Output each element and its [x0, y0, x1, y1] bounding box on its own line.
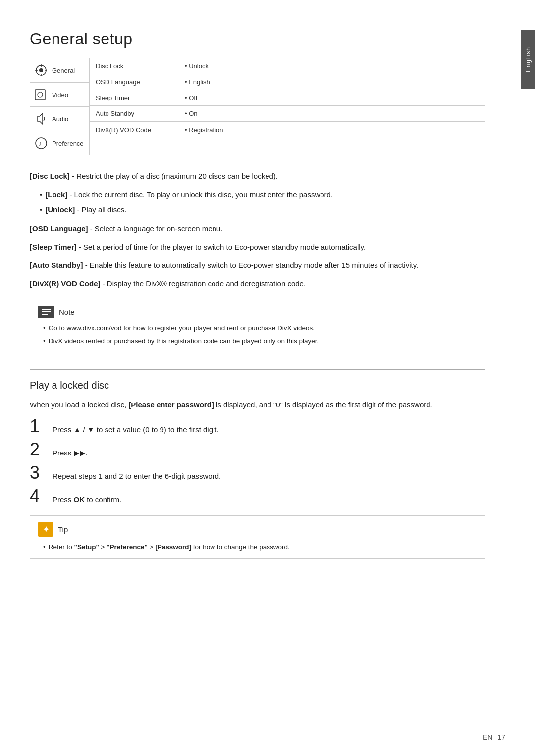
tip-bullet-0: • Refer to "Setup" > "Preference" > [Pas… — [43, 542, 477, 553]
divx-vod-desc: [DivX(R) VOD Code] - Display the DivX® r… — [30, 278, 485, 290]
section-divider — [30, 369, 485, 370]
settings-label-3: Auto Standby — [90, 107, 179, 120]
footer-label: EN — [483, 733, 492, 741]
settings-table: Disc Lock Unlock OSD Language English Sl… — [89, 58, 485, 155]
note-title: Note — [59, 308, 75, 316]
settings-value-0: Unlock — [179, 60, 214, 72]
svg-point-1 — [39, 68, 43, 72]
settings-row-1: OSD Language English — [90, 74, 485, 90]
play-locked-disc-title: Play a locked disc — [30, 380, 485, 391]
svg-rect-6 — [35, 90, 45, 100]
svg-text:♪: ♪ — [39, 140, 42, 147]
audio-icon — [34, 112, 48, 126]
step-number-4: 4 — [30, 487, 45, 505]
disc-lock-intro: [Disc Lock] - Restrict the play of a dis… — [30, 170, 485, 183]
nav-icons: General Video — [30, 58, 89, 155]
note-box: Note • Go to www.divx.com/vod for how to… — [30, 300, 485, 354]
step-text-2: Press ▶▶. — [53, 447, 88, 459]
steps-container: 1 Press ▲ / ▼ to set a value (0 to 9) to… — [30, 417, 485, 505]
settings-value-1: English — [179, 76, 216, 88]
play-locked-disc-intro: When you load a locked disc, [Please ent… — [30, 399, 485, 411]
preference-icon: ♪ — [34, 136, 48, 150]
step-text-4: Press OK to confirm. — [53, 494, 121, 505]
svg-point-7 — [38, 92, 43, 97]
nav-item-general[interactable]: General — [30, 58, 89, 83]
settings-label-1: OSD Language — [90, 76, 179, 88]
nav-label-general: General — [52, 67, 75, 74]
settings-row-4: DivX(R) VOD Code Registration — [90, 122, 485, 138]
settings-label-2: Sleep Timer — [90, 92, 179, 104]
settings-row-3: Auto Standby On — [90, 106, 485, 122]
side-tab: English — [521, 30, 535, 89]
step-text-1: Press ▲ / ▼ to set a value (0 to 9) to t… — [53, 424, 219, 436]
setup-table-container: General Video — [30, 58, 485, 155]
video-icon — [34, 88, 48, 101]
nav-label-preference: Preference — [52, 140, 84, 147]
step-text-3: Repeat steps 1 and 2 to enter the 6-digi… — [53, 470, 221, 482]
nav-label-video: Video — [52, 91, 68, 99]
disc-lock-bullet-1: • [Unlock] - Play all discs. — [40, 204, 485, 216]
tip-box: ✦ Tip • Refer to "Setup" > "Preference" … — [30, 515, 485, 559]
nav-label-audio: Audio — [52, 115, 68, 123]
note-icon — [38, 306, 54, 318]
step-row-2: 2 Press ▶▶. — [30, 441, 485, 459]
step-row-1: 1 Press ▲ / ▼ to set a value (0 to 9) to… — [30, 417, 485, 436]
settings-value-4: Registration — [179, 124, 229, 136]
nav-item-audio[interactable]: Audio — [30, 107, 89, 131]
tip-icon: ✦ — [38, 522, 53, 537]
footer-page: 17 — [497, 733, 505, 741]
nav-item-video[interactable]: Video — [30, 83, 89, 107]
osd-language-desc: [OSD Language] - Select a language for o… — [30, 223, 485, 235]
settings-value-3: On — [179, 107, 204, 120]
nav-item-preference[interactable]: ♪ Preference — [30, 131, 89, 155]
sleep-timer-desc: [Sleep Timer] - Set a period of time for… — [30, 241, 485, 253]
auto-standby-desc: [Auto Standby] - Enable this feature to … — [30, 259, 485, 272]
settings-label-0: Disc Lock — [90, 60, 179, 72]
tip-title: Tip — [58, 525, 68, 534]
settings-row-0: Disc Lock Unlock — [90, 58, 485, 74]
step-row-4: 4 Press OK to confirm. — [30, 487, 485, 505]
settings-row-2: Sleep Timer Off — [90, 90, 485, 106]
note-bullet-0: • Go to www.divx.com/vod for how to regi… — [43, 323, 477, 334]
note-header: Note — [38, 306, 477, 318]
general-icon — [34, 63, 48, 77]
tip-header: ✦ Tip — [38, 522, 477, 537]
page-footer: EN 17 — [483, 733, 505, 741]
step-row-3: 3 Repeat steps 1 and 2 to enter the 6-di… — [30, 464, 485, 482]
description-section: [Disc Lock] - Restrict the play of a dis… — [30, 170, 485, 290]
step-number-1: 1 — [30, 417, 45, 435]
step-number-3: 3 — [30, 464, 45, 482]
step-number-2: 2 — [30, 441, 45, 458]
page-title: General setup — [30, 30, 485, 48]
side-tab-label: English — [525, 46, 532, 72]
settings-value-2: Off — [179, 92, 203, 104]
note-bullet-1: • DivX videos rented or purchased by thi… — [43, 336, 477, 347]
disc-lock-bullet-0: • [Lock] - Lock the current disc. To pla… — [40, 189, 485, 201]
settings-label-4: DivX(R) VOD Code — [90, 124, 179, 136]
